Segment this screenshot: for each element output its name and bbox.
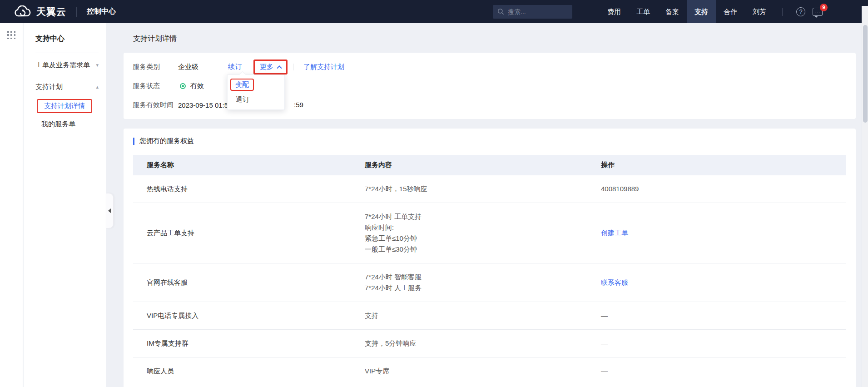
sidebar-title: 支持中心	[24, 23, 106, 44]
service-name-cell: 云产品工单支持	[133, 229, 365, 238]
service-name-cell: IM专属支持群	[133, 339, 365, 348]
chat-bubble-tail	[814, 16, 818, 18]
table-row: 响应人员VIP专席—	[133, 357, 846, 385]
service-name-cell: 响应人员	[133, 367, 365, 376]
nav-item-工单[interactable]: 工单	[629, 0, 658, 23]
status-value: 有效	[190, 82, 204, 90]
table-row: 官网在线客服7*24小时 智能客服7*24小时 人工服务联系客服	[133, 263, 846, 302]
service-content-line: 响应时间:	[365, 222, 601, 233]
action-cell: —	[601, 367, 846, 375]
more-label: 更多	[260, 63, 273, 71]
table-row: 云产品工单支持7*24小时 工单支持响应时间:紧急工单≤10分钟一般工单≤30分…	[133, 203, 846, 263]
notification-badge: 9	[820, 4, 828, 11]
service-name-cell: VIP电话专属接入	[133, 312, 365, 320]
plan-summary-card: 服务类别 企业级 续订 更多 了解支持计划 服务状态 有效 服务有效时间 202…	[124, 53, 856, 119]
column-header-service-content: 服务内容	[365, 161, 601, 169]
valid-time-value-end: :59	[294, 97, 303, 113]
service-content-line: 7*24小时 智能客服	[365, 272, 601, 283]
category-value: 企业级	[178, 63, 198, 71]
tianyicloud-logo[interactable]: 天翼云	[14, 5, 66, 18]
service-content-cell: 7*24小时 工单支持响应时间:紧急工单≤10分钟一般工单≤30分钟	[365, 211, 601, 255]
sidebar-group[interactable]: 支持计划▴	[24, 77, 106, 97]
vertical-divider	[293, 64, 293, 70]
table-row: 热线电话支持7*24小时，15秒响应4008109889	[133, 175, 846, 203]
sidebar-item[interactable]: 我的服务单	[24, 115, 106, 133]
nav-item-备案[interactable]: 备案	[658, 0, 687, 23]
annotation-box: 变配	[230, 79, 254, 91]
learn-plan-link[interactable]: 了解支持计划	[303, 63, 344, 71]
cloud-logo-icon	[14, 5, 32, 18]
nav-divider	[782, 8, 783, 16]
page-scrollbar[interactable]	[862, 6, 868, 387]
benefits-section-title: 您拥有的服务权益	[139, 137, 194, 145]
action-link[interactable]: 创建工单	[601, 229, 628, 237]
sidebar-collapse-handle[interactable]	[106, 193, 114, 228]
global-search-box[interactable]	[493, 5, 572, 19]
search-icon	[497, 8, 504, 15]
service-content-cell: 支持，5分钟响应	[365, 338, 601, 349]
caret-up-icon: ▴	[96, 84, 99, 90]
action-value: —	[601, 312, 608, 319]
service-content-line: 一般工单≤30分钟	[365, 244, 601, 255]
nav-menu: 费用工单备案支持合作刘芳	[600, 0, 774, 23]
service-content-line: VIP专席	[365, 366, 601, 377]
action-cell: —	[601, 312, 846, 320]
action-cell: 联系客服	[601, 278, 846, 287]
action-value: 4008109889	[601, 185, 639, 193]
column-header-action: 操作	[601, 161, 846, 169]
dropdown-item-退订[interactable]: 退订	[228, 92, 284, 107]
table-row: VIP电话专属接入支持—	[133, 302, 846, 330]
renew-link[interactable]: 续订	[228, 63, 242, 71]
service-content-line: 7*24小时 人工服务	[365, 283, 601, 293]
service-content-cell: 7*24小时 智能客服7*24小时 人工服务	[365, 272, 601, 293]
more-dropdown-trigger[interactable]: 更多	[253, 60, 288, 74]
page-title: 支持计划详情	[106, 23, 862, 44]
status-active-icon	[180, 83, 186, 89]
nav-item-费用[interactable]: 费用	[600, 0, 629, 23]
service-name-cell: 热线电话支持	[133, 185, 365, 194]
service-content-line: 7*24小时，15秒响应	[365, 184, 601, 194]
nav-divider	[76, 7, 77, 17]
service-name-cell: 官网在线客服	[133, 278, 365, 287]
table-row: IM专属支持群支持，5分钟响应—	[133, 330, 846, 357]
service-content-cell: 支持	[365, 310, 601, 321]
benefits-card: 您拥有的服务权益 服务名称 服务内容 操作 热线电话支持7*24小时，15秒响应…	[124, 129, 856, 387]
nav-item-合作[interactable]: 合作	[716, 0, 745, 23]
sidebar-group-label: 支持计划	[35, 83, 63, 91]
sidebar-group-label: 工单及业务需求单	[35, 61, 90, 69]
service-content-line: 支持，5分钟响应	[365, 338, 601, 349]
action-cell: 创建工单	[601, 229, 846, 238]
benefits-table: 服务名称 服务内容 操作 热线电话支持7*24小时，15秒响应400810988…	[133, 155, 846, 385]
service-content-cell: 7*24小时，15秒响应	[365, 184, 601, 194]
caret-down-icon: ▾	[96, 62, 99, 68]
action-value: —	[601, 367, 608, 375]
sidebar-group[interactable]: 工单及业务需求单▾	[24, 55, 106, 75]
category-label: 服务类别	[133, 63, 178, 71]
console-center-link[interactable]: 控制中心	[87, 7, 116, 16]
app-rail	[0, 23, 23, 387]
action-value: —	[601, 339, 608, 347]
more-dropdown-menu: 变配退订	[227, 74, 285, 110]
search-input[interactable]	[508, 8, 567, 15]
dropdown-item-变配[interactable]: 变配	[228, 77, 284, 92]
service-content-line: 支持	[365, 310, 601, 321]
action-cell: —	[601, 339, 846, 347]
help-icon[interactable]: ?	[796, 7, 805, 16]
column-header-service-name: 服务名称	[133, 161, 365, 169]
top-navbar: 天翼云 控制中心 费用工单备案支持合作刘芳 ? ··· 9	[0, 0, 868, 23]
chevron-up-icon	[277, 65, 282, 70]
service-content-cell: VIP专席	[365, 366, 601, 377]
sidebar-item[interactable]: 支持计划详情	[24, 97, 106, 115]
logo-text: 天翼云	[36, 5, 66, 18]
section-accent-bar	[133, 138, 134, 145]
apps-grid-icon[interactable]	[7, 31, 16, 40]
action-link[interactable]: 联系客服	[601, 278, 628, 286]
scrollbar-thumb[interactable]	[863, 25, 868, 123]
sidebar: 支持中心 工单及业务需求单▾支持计划▴支持计划详情我的服务单	[24, 23, 106, 387]
collapse-left-icon	[108, 208, 111, 213]
messages-icon[interactable]: ··· 9	[813, 8, 823, 16]
nav-item-支持[interactable]: 支持	[687, 0, 716, 23]
annotation-box: 支持计划详情	[37, 99, 92, 113]
nav-item-刘芳[interactable]: 刘芳	[745, 0, 774, 23]
service-content-line: 紧急工单≤10分钟	[365, 233, 601, 244]
